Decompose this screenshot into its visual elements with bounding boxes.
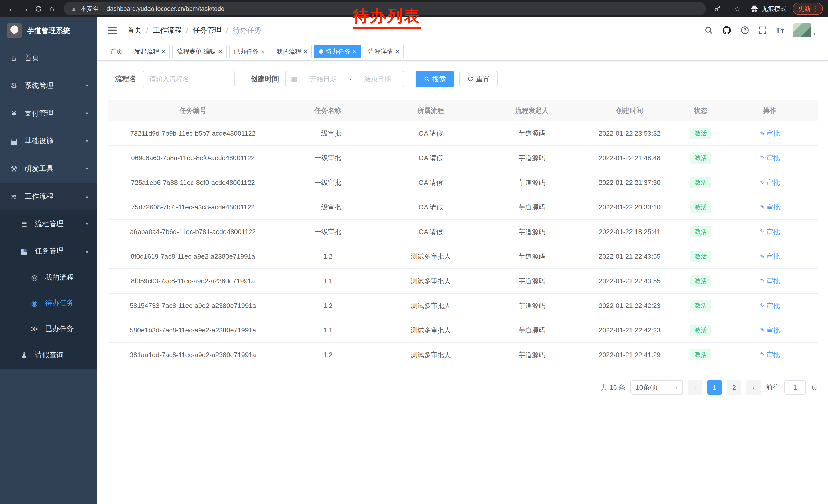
table-row[interactable]: 58154733-7ac8-11ec-a9e2-a2380e71991a 1.2…	[108, 293, 818, 318]
edit-icon: ✎	[760, 277, 765, 284]
sidebar-item-workflow[interactable]: ≋ 工作流程 ▴	[0, 183, 97, 210]
chevron-down-icon: ▾	[86, 221, 88, 227]
chrome-update-button[interactable]: 更新 ⋮	[793, 3, 823, 15]
process-name-input[interactable]	[142, 71, 235, 87]
tab-form-edit[interactable]: 流程表单-编辑 ×	[172, 45, 227, 58]
approve-link[interactable]: ✎审批	[760, 129, 780, 138]
forward-icon[interactable]: →	[18, 2, 32, 15]
tab-my-process[interactable]: 我的流程 ×	[272, 45, 312, 58]
gear-icon: ⚙	[9, 81, 18, 90]
approve-link[interactable]: ✎审批	[760, 153, 780, 163]
tab-process-detail[interactable]: 流程详情 ×	[364, 45, 404, 58]
user-menu[interactable]: ▾	[793, 23, 816, 37]
search-icon[interactable]	[704, 26, 713, 35]
tab-close-icon[interactable]: ×	[396, 48, 399, 55]
sidebar-item-home[interactable]: ⌂ 首页	[0, 44, 97, 72]
table-row[interactable]: 069c6a63-7b8a-11ec-8ef0-acde48001122 一级审…	[108, 146, 818, 170]
menu-dots-icon[interactable]: ⋮	[813, 5, 819, 13]
sidebar-item-my-process[interactable]: ◎ 我的流程	[0, 265, 97, 290]
page-unit-label: 页	[811, 383, 818, 392]
table-row[interactable]: 8f059c03-7ac8-11ec-a9e2-a2380e71991a 1.1…	[108, 269, 818, 293]
approve-label: 审批	[767, 129, 780, 138]
breadcrumb-item[interactable]: 任务管理	[193, 26, 222, 35]
table-row[interactable]: 73211d9d-7b9b-11ec-b5b7-acde48001122 一级审…	[108, 121, 818, 146]
tab-done-tasks[interactable]: 已办任务 ×	[229, 45, 269, 58]
approve-link[interactable]: ✎审批	[760, 277, 780, 286]
reset-button[interactable]: 重置	[459, 71, 498, 87]
approve-link[interactable]: ✎审批	[760, 178, 780, 187]
tab-close-icon[interactable]: ×	[162, 48, 165, 55]
reload-icon[interactable]	[32, 2, 45, 15]
task-table-body: 73211d9d-7b9b-11ec-b5b7-acde48001122 一级审…	[108, 121, 818, 367]
prev-page-button[interactable]: ‹	[688, 380, 702, 395]
create-time-cell: 2022-01-22 23:53:32	[580, 121, 679, 146]
starter-cell: 芋道源码	[484, 269, 580, 293]
approve-link[interactable]: ✎审批	[760, 252, 780, 261]
home-icon[interactable]: ⌂	[45, 2, 58, 15]
create-time-cell: 2022-01-22 21:48:48	[580, 146, 679, 170]
task-name-cell: 1.2	[278, 342, 378, 367]
approve-link[interactable]: ✎审批	[760, 326, 780, 335]
chevron-down-icon: ▾	[86, 83, 88, 88]
search-button[interactable]: 搜索	[416, 71, 454, 87]
approve-link[interactable]: ✎审批	[760, 301, 780, 310]
action-cell: ✎审批	[722, 170, 818, 195]
goto-page-input[interactable]	[784, 380, 806, 395]
tab-close-icon[interactable]: ×	[261, 48, 265, 55]
task-id-cell: 069c6a63-7b8a-11ec-8ef0-acde48001122	[108, 146, 278, 170]
sidebar-item-system[interactable]: ⚙ 系统管理 ▾	[0, 72, 97, 99]
sidebar-item-leave-query[interactable]: ♟ 请假查询	[0, 341, 97, 369]
sidebar-item-payment[interactable]: ¥ 支付管理 ▾	[0, 99, 97, 127]
breadcrumb-item[interactable]: 工作流程	[153, 26, 181, 35]
back-icon[interactable]: ←	[5, 2, 18, 15]
help-icon[interactable]	[740, 26, 749, 35]
sidebar-item-label: 系统管理	[25, 81, 53, 91]
search-button-label: 搜索	[432, 75, 446, 84]
avatar[interactable]	[793, 23, 811, 37]
page-size-select[interactable]: 10条/页 ▾	[630, 380, 683, 395]
password-key-icon[interactable]	[711, 2, 724, 15]
tab-close-icon[interactable]: ×	[304, 48, 307, 55]
table-row[interactable]: 725a1eb6-7b88-11ec-8ef0-acde48001122 一级审…	[108, 170, 818, 195]
task-name-cell: 一级审批	[278, 146, 378, 170]
tab-start-process[interactable]: 发起流程 ×	[130, 45, 170, 58]
table-row[interactable]: 580e1b3d-7ac8-11ec-a9e2-a2380e71991a 1.1…	[108, 318, 818, 342]
pagination: 共 16 条 10条/页 ▾ ‹ 1 2 › 前往 页	[108, 380, 818, 395]
approve-link[interactable]: ✎审批	[760, 351, 780, 359]
table-row[interactable]: 8f0d1619-7ac8-11ec-a9e2-a2380e71991a 1.2…	[108, 244, 818, 269]
process-cell: OA 请假	[378, 121, 484, 146]
sidebar-item-infrastructure[interactable]: ▤ 基础设施 ▾	[0, 127, 97, 155]
approve-link[interactable]: ✎审批	[760, 203, 780, 212]
date-range-picker[interactable]: ▦ 开始日期 - 结束日期	[285, 71, 404, 87]
tab-close-icon[interactable]: ×	[218, 48, 222, 55]
sidebar-item-task-management[interactable]: ▦ 任务管理 ▴	[0, 237, 97, 265]
page-2-button[interactable]: 2	[727, 380, 741, 395]
breadcrumb-current: 待办任务	[233, 26, 261, 35]
fullscreen-icon[interactable]	[758, 26, 767, 35]
address-bar[interactable]: ▲ 不安全 dashboard.yudao.iocoder.cn/bpm/tas…	[64, 2, 706, 15]
bookmark-star-icon[interactable]: ☆	[731, 2, 744, 15]
chevron-down-icon: ▾	[813, 31, 816, 37]
sidebar-item-process-management[interactable]: ≣ 流程管理 ▾	[0, 210, 97, 237]
process-cell: OA 请假	[378, 146, 484, 170]
table-row[interactable]: 75d72608-7b7f-11ec-a3c8-acde48001122 一级审…	[108, 195, 818, 220]
action-cell: ✎审批	[722, 121, 818, 146]
starter-cell: 芋道源码	[484, 121, 580, 146]
sidebar-collapse-icon[interactable]	[106, 24, 119, 37]
font-size-icon[interactable]: TT	[776, 26, 784, 35]
table-row[interactable]: 381aa1dd-7ac8-11ec-a9e2-a2380e71991a 1.2…	[108, 342, 818, 367]
tab-close-icon[interactable]: ×	[353, 48, 357, 55]
sidebar-item-done-tasks[interactable]: ≫ 已办任务	[0, 316, 97, 341]
github-icon[interactable]	[722, 26, 732, 35]
tab-todo-tasks[interactable]: 待办任务 ×	[315, 45, 361, 58]
breadcrumb-item[interactable]: 首页	[127, 26, 141, 35]
sidebar-item-devtools[interactable]: ⚒ 研发工具 ▾	[0, 155, 97, 183]
workflow-icon: ≋	[9, 192, 18, 201]
table-row[interactable]: a6aba0a4-7b6d-11ec-b781-acde48001122 一级审…	[108, 220, 818, 244]
approve-link[interactable]: ✎审批	[760, 227, 780, 236]
tab-home[interactable]: 首页	[106, 45, 127, 58]
status-cell: 激活	[679, 220, 722, 244]
sidebar-item-todo-tasks[interactable]: ◉ 待办任务	[0, 290, 97, 316]
page-1-button[interactable]: 1	[707, 380, 722, 395]
next-page-button[interactable]: ›	[746, 380, 761, 395]
